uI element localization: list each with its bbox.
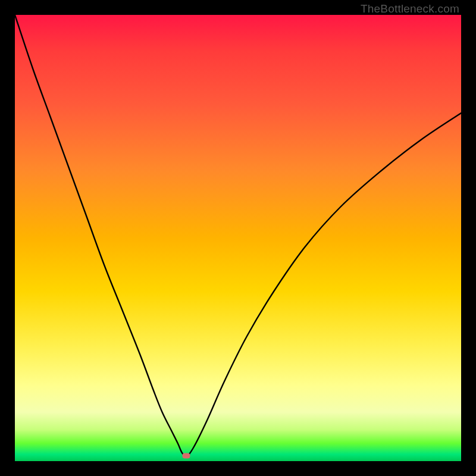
plot-area — [15, 15, 461, 461]
minimum-marker — [183, 453, 190, 459]
chart-frame: TheBottleneck.com — [0, 0, 476, 476]
bottleneck-curve — [15, 15, 461, 461]
watermark-text: TheBottleneck.com — [361, 2, 459, 15]
